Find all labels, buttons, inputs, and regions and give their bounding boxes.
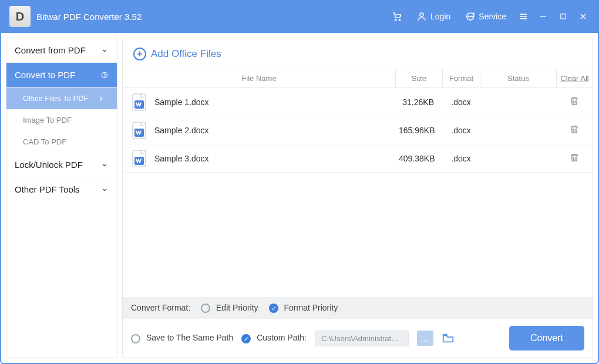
sidebar-sub-office-to-pdf[interactable]: Office Files To PDF <box>6 87 117 109</box>
svg-point-1 <box>399 19 400 21</box>
chevron-down-icon <box>100 46 109 55</box>
titlebar: D Bitwar PDF Converter 3.52 Login Servic… <box>0 0 599 33</box>
chat-icon <box>465 11 475 22</box>
sidebar-sub-label: CAD To PDF <box>23 137 66 146</box>
footer: Save to The Same Path Custom Path: C:\Us… <box>123 319 593 358</box>
docx-file-icon <box>132 150 146 167</box>
convert-format-options: Convert Format: Edit Priority Format Pri… <box>123 297 593 319</box>
convert-button[interactable]: Convert <box>509 326 584 350</box>
file-name: Sample 2.docx <box>154 126 209 135</box>
edit-priority-label: Edit Priority <box>216 303 258 312</box>
cart-button[interactable] <box>385 8 409 25</box>
custom-path-label: Custom Path: <box>257 333 307 342</box>
cart-icon <box>392 11 402 22</box>
delete-row-button[interactable] <box>556 124 593 136</box>
login-label: Login <box>430 12 450 21</box>
menu-button[interactable] <box>514 8 532 25</box>
sidebar: Convert from PDF Convert to PDF Office F… <box>6 38 117 358</box>
header-file-name: File Name <box>123 69 395 87</box>
sidebar-label: Other PDF Tools <box>15 184 80 194</box>
trash-icon <box>569 124 580 134</box>
user-icon <box>416 11 427 22</box>
file-name: Sample 1.docx <box>154 97 209 107</box>
header-status: Status <box>480 69 556 87</box>
file-size: 165.96KB <box>395 126 442 135</box>
svg-point-2 <box>420 13 423 16</box>
svg-point-13 <box>102 72 107 77</box>
sidebar-sub-image-to-pdf[interactable]: Image To PDF <box>6 109 117 131</box>
sidebar-sub-cad-to-pdf[interactable]: CAD To PDF <box>6 131 117 153</box>
sidebar-lock-unlock[interactable]: Lock/Unlock PDF <box>6 153 117 177</box>
add-label: Add Office Files <box>151 48 221 60</box>
custom-path-radio[interactable]: Custom Path: <box>241 333 307 343</box>
same-path-radio[interactable]: Save to The Same Path <box>131 333 233 343</box>
file-size: 409.38KB <box>395 154 442 163</box>
svg-point-3 <box>468 16 469 17</box>
sidebar-other-tools[interactable]: Other PDF Tools <box>6 177 117 201</box>
open-folder-button[interactable] <box>442 332 455 345</box>
add-office-files-button[interactable]: + Add Office Files <box>123 38 593 69</box>
file-format: .docx <box>442 126 480 135</box>
file-format: .docx <box>442 154 480 163</box>
docx-file-icon <box>132 122 146 139</box>
minimize-button[interactable] <box>534 8 552 25</box>
file-size: 31.26KB <box>395 97 442 107</box>
trash-icon <box>569 152 580 163</box>
header-size: Size <box>395 69 442 87</box>
app-logo: D <box>9 6 31 27</box>
table-body: Sample 1.docx31.26KB.docxSample 2.docx16… <box>123 88 593 297</box>
radio-checked-icon <box>269 304 278 313</box>
chevron-down-icon <box>100 186 109 194</box>
maximize-button[interactable] <box>554 8 572 25</box>
main-panel: + Add Office Files File Name Size Format… <box>122 38 593 358</box>
svg-point-0 <box>395 19 396 21</box>
login-button[interactable]: Login <box>409 8 457 25</box>
same-path-label: Save to The Same Path <box>146 333 233 342</box>
sidebar-sub-label: Office Files To PDF <box>23 94 89 103</box>
table-header: File Name Size Format Status Clear All <box>123 69 593 88</box>
trash-icon <box>569 96 580 106</box>
radio-checked-icon <box>241 334 251 343</box>
delete-row-button[interactable] <box>556 152 593 164</box>
radio-icon <box>201 304 210 313</box>
delete-row-button[interactable] <box>556 96 593 108</box>
sidebar-sub-label: Image To PDF <box>23 116 72 124</box>
sidebar-convert-to-pdf[interactable]: Convert to PDF <box>6 63 117 87</box>
convert-format-label: Convert Format: <box>131 303 190 312</box>
chevron-right-circle-icon <box>100 71 109 79</box>
service-label: Service <box>479 12 506 21</box>
table-row[interactable]: Sample 3.docx409.38KB.docx <box>123 144 593 173</box>
format-priority-label: Format Priority <box>284 303 338 312</box>
header-format: Format <box>442 69 480 87</box>
custom-path-input[interactable]: C:\Users\Administrator\D... <box>315 331 409 346</box>
sidebar-label: Convert to PDF <box>15 70 75 80</box>
svg-point-4 <box>470 16 471 17</box>
chevron-right-icon <box>97 95 105 103</box>
close-button[interactable] <box>574 8 592 25</box>
content-frame: Convert from PDF Convert to PDF Office F… <box>0 33 599 364</box>
chevron-down-icon <box>100 161 109 169</box>
docx-file-icon <box>132 93 146 111</box>
plus-circle-icon: + <box>133 48 146 60</box>
sidebar-label: Lock/Unlock PDF <box>15 160 83 170</box>
svg-point-5 <box>472 16 473 17</box>
clear-all-button[interactable]: Clear All <box>556 69 593 87</box>
svg-rect-10 <box>561 14 566 19</box>
radio-icon <box>131 334 140 343</box>
service-button[interactable]: Service <box>457 8 513 25</box>
file-format: .docx <box>442 97 480 107</box>
edit-priority-radio[interactable]: Edit Priority <box>201 303 258 313</box>
sidebar-label: Convert from PDF <box>15 45 86 55</box>
format-priority-radio[interactable]: Format Priority <box>269 303 338 313</box>
sidebar-convert-from-pdf[interactable]: Convert from PDF <box>6 38 117 63</box>
browse-path-button[interactable]: … <box>417 331 433 346</box>
table-row[interactable]: Sample 2.docx165.96KB.docx <box>123 116 593 144</box>
table-row[interactable]: Sample 1.docx31.26KB.docx <box>123 88 593 116</box>
app-title: Bitwar PDF Converter 3.52 <box>36 12 385 22</box>
file-name: Sample 3.docx <box>154 154 209 163</box>
